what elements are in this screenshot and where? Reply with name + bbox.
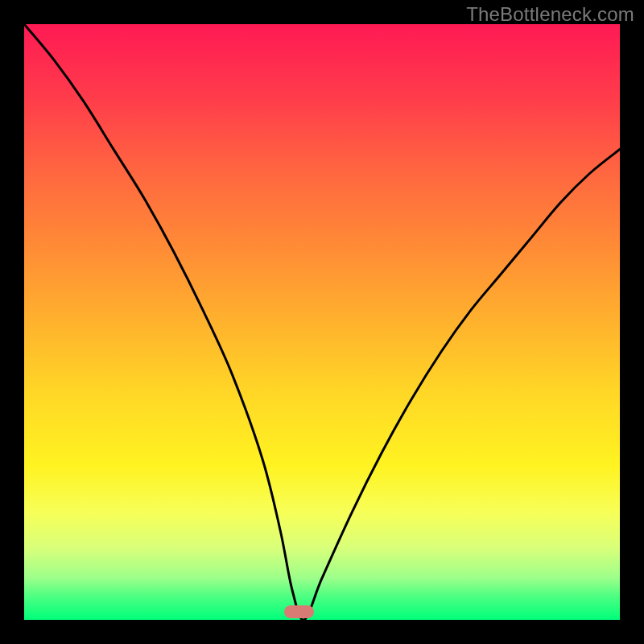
plot-area xyxy=(24,24,620,620)
watermark-text: TheBottleneck.com xyxy=(466,3,634,26)
optimum-marker xyxy=(284,605,314,618)
bottleneck-curve xyxy=(24,24,620,620)
chart-frame: TheBottleneck.com xyxy=(0,0,644,644)
